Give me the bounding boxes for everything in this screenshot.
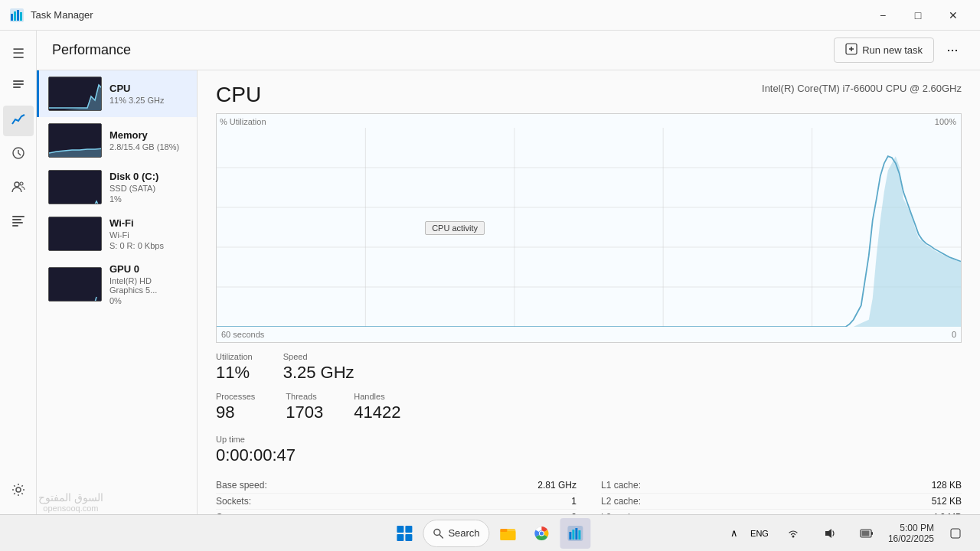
nav-users-button[interactable] xyxy=(3,173,34,204)
file-explorer-button[interactable] xyxy=(493,518,524,549)
uptime-container: Up time 0:00:00:47 xyxy=(216,432,962,465)
svg-rect-40 xyxy=(501,529,508,532)
nav-hamburger-button[interactable]: ☰ xyxy=(3,38,34,69)
svg-rect-12 xyxy=(12,219,21,220)
taskbar-right: ∧ ENG xyxy=(727,518,980,549)
svg-point-15 xyxy=(16,487,21,492)
chart-y-label: % Utilization xyxy=(220,117,266,126)
nav-performance-button[interactable] xyxy=(3,106,34,136)
memory-name: Memory xyxy=(109,129,188,141)
search-button[interactable]: Search xyxy=(423,520,489,547)
disk-info: Disk 0 (C:) SSD (SATA) 1% xyxy=(109,171,188,204)
volume-button[interactable] xyxy=(815,518,845,549)
battery-button[interactable] xyxy=(851,518,882,549)
notification-icon xyxy=(950,528,961,539)
gpu-thumbnail xyxy=(48,267,102,302)
window-title: Task Manager xyxy=(31,9,865,21)
top-bar: Performance Run new task ·· xyxy=(37,31,980,70)
detail-panel: CPU Intel(R) Core(TM) i7-6600U CPU @ 2.6… xyxy=(198,70,980,514)
cpu-sub: 11% 3.25 GHz xyxy=(109,96,188,105)
cpu-thumbnail xyxy=(48,77,102,111)
more-options-button[interactable]: ··· xyxy=(940,38,965,63)
title-bar: Task Manager − □ ✕ xyxy=(0,0,980,31)
notification-button[interactable] xyxy=(940,518,971,549)
svg-point-50 xyxy=(792,535,794,537)
disk-sub1: SSD (SATA) xyxy=(109,184,188,193)
gpu-sub1: Intel(R) HD Graphics 5... xyxy=(109,276,188,295)
search-label: Search xyxy=(448,527,479,539)
chrome-button[interactable] xyxy=(527,518,557,549)
chrome-icon xyxy=(534,525,550,542)
device-item-gpu[interactable]: GPU 0 Intel(R) HD Graphics 5... 0% xyxy=(37,257,197,311)
settings-icon xyxy=(11,482,26,501)
memory-thumbnail xyxy=(48,123,102,158)
battery-icon xyxy=(860,527,874,540)
watermark-arabic-text: السوق المفتوح xyxy=(38,491,103,504)
device-item-cpu[interactable]: CPU 11% 3.25 GHz xyxy=(37,70,197,117)
details-right: L1 cache: 128 KB L2 cache: 512 KB L3 cac… xyxy=(577,478,962,514)
stat-speed-value: 3.25 GHz xyxy=(283,363,354,383)
minimize-button[interactable]: − xyxy=(865,3,900,28)
svg-rect-47 xyxy=(573,530,575,540)
svg-point-10 xyxy=(20,182,23,185)
nav-processes-button[interactable] xyxy=(3,72,34,103)
taskmanager-taskbar-icon xyxy=(567,525,584,542)
wifi-tray-icon xyxy=(787,527,799,540)
run-new-task-button[interactable]: Run new task xyxy=(834,37,934,63)
cpu-info: CPU 11% 3.25 GHz xyxy=(109,83,188,105)
nav-details-button[interactable] xyxy=(3,207,34,237)
device-item-memory[interactable]: Memory 2.8/15.4 GB (18%) xyxy=(37,117,197,164)
maximize-button[interactable]: □ xyxy=(900,3,936,28)
tray-overflow-button[interactable]: ∧ xyxy=(727,518,741,549)
wifi-tray-button[interactable] xyxy=(778,518,808,549)
device-list: CPU 11% 3.25 GHz xyxy=(37,70,198,514)
taskmanager-taskbar-button[interactable] xyxy=(560,518,591,549)
stat-threads-value: 1703 xyxy=(286,403,323,422)
file-explorer-icon xyxy=(500,525,517,542)
gpu-sub2: 0% xyxy=(109,296,188,305)
language-button[interactable]: ENG xyxy=(747,518,772,549)
task-manager-window: Task Manager − □ ✕ ☰ xyxy=(0,0,980,514)
detail-header: CPU Intel(R) Core(TM) i7-6600U CPU @ 2.6… xyxy=(216,83,962,107)
processes-icon xyxy=(11,78,26,97)
stat-utilization: Utilization 11% xyxy=(216,352,253,383)
svg-rect-46 xyxy=(570,532,572,540)
stat-utilization-label: Utilization xyxy=(216,352,253,361)
run-task-label: Run new task xyxy=(862,44,923,56)
svg-marker-35 xyxy=(217,156,961,327)
nav-app-history-button[interactable] xyxy=(3,139,34,170)
device-item-disk[interactable]: Disk 0 (C:) SSD (SATA) 1% xyxy=(37,164,197,210)
cpu-name: CPU xyxy=(109,83,188,94)
start-button[interactable] xyxy=(389,518,420,549)
svg-rect-6 xyxy=(13,83,24,85)
stat-speed-label: Speed xyxy=(283,352,354,361)
nav-settings-button[interactable] xyxy=(3,476,34,507)
detail-title: CPU xyxy=(216,83,261,107)
close-button[interactable]: ✕ xyxy=(936,3,971,28)
tray-overflow-icon: ∧ xyxy=(730,527,738,539)
svg-rect-55 xyxy=(951,529,960,538)
svg-rect-14 xyxy=(12,225,18,227)
details-table: Base speed: 2.81 GHz Sockets: 1 Cores: 2 xyxy=(216,478,962,514)
svg-rect-5 xyxy=(13,80,24,82)
svg-rect-53 xyxy=(871,532,873,535)
wifi-name: Wi-Fi xyxy=(109,217,188,229)
stat-processes: Processes 98 xyxy=(216,392,255,422)
stat-handles-value: 41422 xyxy=(354,403,400,422)
section-title: Performance xyxy=(52,42,834,58)
more-icon: ··· xyxy=(946,42,958,58)
clock-display[interactable]: 5:00 PM 16/02/2025 xyxy=(888,523,934,544)
svg-rect-24 xyxy=(49,217,102,251)
taskbar-center: Search xyxy=(389,518,590,549)
stat-uptime-value: 0:00:00:47 xyxy=(216,445,962,465)
svg-rect-54 xyxy=(861,530,869,536)
windows-logo xyxy=(397,526,412,541)
svg-rect-7 xyxy=(13,86,21,88)
chart-tooltip: CPU activity xyxy=(425,221,485,235)
taskbar: Search xyxy=(0,514,980,551)
svg-rect-1 xyxy=(11,14,13,21)
volume-icon xyxy=(824,527,836,540)
app-history-icon xyxy=(11,145,26,165)
device-item-wifi[interactable]: Wi-Fi Wi-Fi S: 0 R: 0 Kbps xyxy=(37,210,197,257)
wifi-sub2: S: 0 R: 0 Kbps xyxy=(109,241,188,250)
